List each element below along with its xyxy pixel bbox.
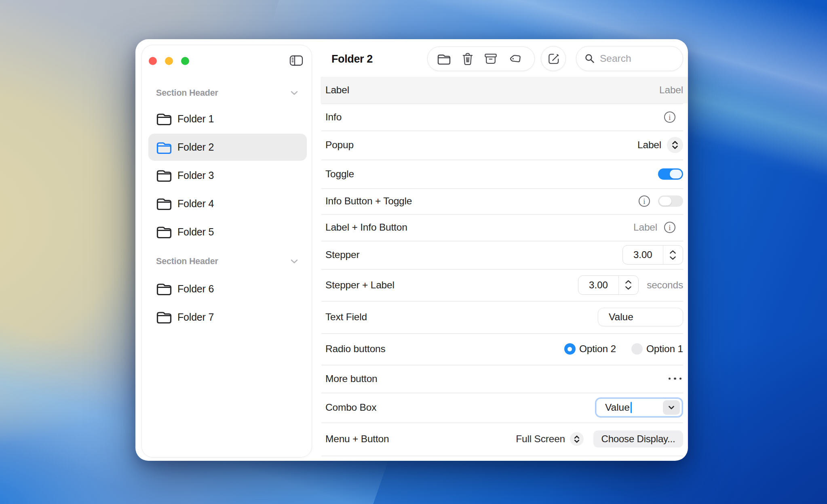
compose-button[interactable]: [541, 46, 566, 71]
chevron-up-icon[interactable]: [625, 280, 632, 284]
sidebar-item-label: Folder 5: [177, 226, 214, 238]
form-row-more: More button: [321, 365, 683, 393]
row-label: Stepper: [325, 249, 359, 260]
tag-icon: [508, 52, 522, 66]
compose-icon: [547, 52, 560, 65]
svg-text:i: i: [669, 113, 671, 121]
toggle-switch-on[interactable]: [658, 168, 683, 180]
toggle-switch-off[interactable]: [658, 195, 683, 207]
chevron-down-icon[interactable]: [291, 259, 298, 264]
folder-icon: [156, 197, 172, 210]
sidebar-item-folder-4[interactable]: Folder 4: [148, 192, 307, 215]
stepper-control[interactable]: 3.00: [578, 275, 639, 295]
svg-text:i: i: [643, 197, 645, 206]
chevron-down-icon: [667, 404, 675, 411]
stepper-value: 3.00: [578, 276, 618, 294]
sidebar-item-label: Folder 2: [177, 141, 214, 153]
row-label: Popup: [325, 139, 354, 151]
more-button[interactable]: [669, 378, 684, 380]
minimize-window-button[interactable]: [165, 57, 173, 65]
sidebar-item-label: Folder 4: [177, 198, 214, 210]
row-label: More button: [325, 373, 378, 384]
folder-icon: [156, 282, 172, 296]
archive-box-icon: [484, 53, 497, 65]
ellipsis-icon: [669, 378, 671, 380]
sidebar-item-folder-5[interactable]: Folder 5: [148, 220, 307, 243]
radio-label: Option 1: [646, 343, 683, 355]
search-input[interactable]: [600, 53, 673, 64]
sidebar-item-label: Folder 3: [177, 170, 214, 181]
info-button[interactable]: i: [664, 221, 676, 233]
folder-icon: [156, 168, 172, 182]
radio-label: Option 2: [579, 343, 616, 355]
row-label: Label + Info Button: [325, 222, 407, 233]
toolbar-button-group: [427, 46, 535, 71]
folder-toolbar-button[interactable]: [437, 53, 451, 65]
section-header-label: Section Header: [156, 256, 218, 267]
search-field[interactable]: [576, 46, 683, 71]
row-value: Label: [659, 84, 683, 96]
row-label: Menu + Button: [325, 433, 389, 445]
row-label: Toggle: [325, 168, 354, 180]
sidebar-item-folder-2[interactable]: Folder 2: [148, 134, 307, 161]
row-label: Label: [325, 84, 349, 96]
form-row-stepper: Stepper 3.00: [321, 241, 683, 269]
info-button[interactable]: i: [638, 195, 650, 207]
combo-dropdown-button[interactable]: [663, 400, 680, 415]
app-window: Section Header Folder 1 Folder 2: [135, 39, 688, 461]
stepper-buttons[interactable]: [618, 276, 638, 294]
chevron-down-icon[interactable]: [291, 91, 298, 95]
archive-toolbar-button[interactable]: [484, 53, 497, 65]
sidebar-item-folder-3[interactable]: Folder 3: [148, 164, 307, 187]
form-row-info: Info i: [321, 103, 683, 130]
info-icon: i: [664, 111, 676, 123]
choose-display-button[interactable]: Choose Display...: [593, 430, 683, 447]
form-row-combo: Combo Box Value: [321, 393, 683, 422]
row-label: Info Button + Toggle: [325, 195, 412, 207]
trash-toolbar-button[interactable]: [462, 52, 473, 65]
combo-value: Value: [605, 402, 630, 413]
sidebar-item-folder-7[interactable]: Folder 7: [148, 306, 307, 328]
popup-button[interactable]: Label: [637, 137, 683, 153]
sidebar-toggle-button[interactable]: [289, 54, 304, 67]
menu-popup[interactable]: Full Screen: [516, 432, 584, 446]
text-cursor: [631, 402, 632, 413]
desktop: Section Header Folder 1 Folder 2: [0, 0, 827, 504]
sidebar-item-folder-1[interactable]: Folder 1: [148, 107, 307, 130]
menu-value: Full Screen: [516, 433, 565, 445]
popup-value: Label: [637, 139, 661, 151]
radio-selected-icon: [564, 343, 576, 355]
info-icon: i: [664, 221, 676, 233]
page-title: Folder 2: [331, 51, 373, 67]
svg-text:i: i: [669, 223, 671, 232]
tag-toolbar-button[interactable]: [508, 52, 522, 66]
chevron-up-down-icon: [667, 137, 683, 153]
text-field[interactable]: Value: [598, 308, 683, 326]
form-row-stepper-label: Stepper + Label 3.00 seconds: [321, 269, 683, 301]
stepper-control[interactable]: 3.00: [622, 245, 683, 265]
sidebar: Section Header Folder 1 Folder 2: [141, 45, 312, 458]
close-window-button[interactable]: [149, 57, 157, 65]
chevron-down-icon[interactable]: [625, 286, 632, 290]
chevron-down-icon[interactable]: [669, 256, 676, 260]
ellipsis-icon: [679, 378, 682, 380]
section-header-label: Section Header: [156, 88, 218, 98]
row-label: Text Field: [325, 311, 367, 323]
sidebar-section-header[interactable]: Section Header: [142, 254, 312, 269]
sidebar-section-header[interactable]: Section Header: [142, 86, 312, 100]
radio-option-1[interactable]: Option 1: [631, 343, 683, 355]
form-row-textfield: Text Field Value: [321, 301, 683, 333]
form-row-label-info: Label + Info Button Label i: [321, 214, 683, 241]
ellipsis-icon: [674, 378, 676, 380]
folder-icon: [156, 112, 172, 126]
sidebar-item-folder-6[interactable]: Folder 6: [148, 277, 307, 300]
form-row-info-toggle: Info Button + Toggle i: [321, 188, 683, 214]
combo-box[interactable]: Value: [595, 397, 683, 418]
stepper-buttons[interactable]: [663, 246, 683, 264]
zoom-window-button[interactable]: [181, 57, 189, 65]
chevron-up-icon[interactable]: [669, 250, 676, 254]
row-label: Combo Box: [325, 402, 376, 413]
info-button[interactable]: i: [664, 111, 676, 123]
radio-option-2[interactable]: Option 2: [564, 343, 616, 355]
toggle-knob: [659, 197, 671, 206]
